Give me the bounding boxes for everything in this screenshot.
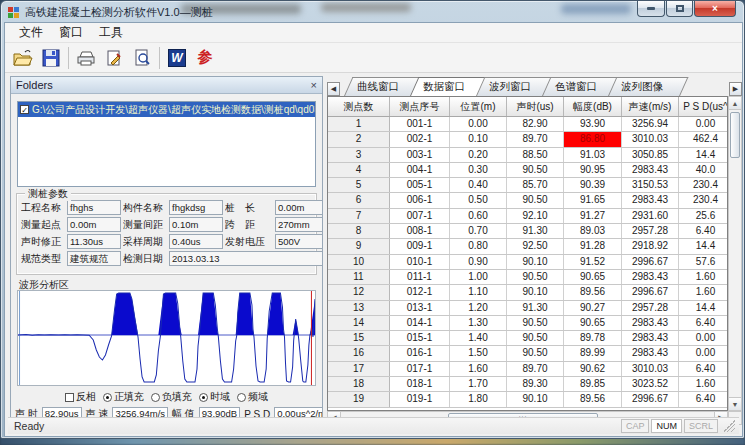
table-cell[interactable]: 91.28 (564, 239, 622, 253)
table-cell[interactable]: 90.50 (507, 346, 564, 360)
table-cell[interactable]: 3010.03 (622, 132, 679, 146)
table-cell[interactable]: 14.4 (679, 301, 728, 315)
table-cell[interactable]: 003-1 (390, 148, 450, 162)
table-cell[interactable]: 005-1 (390, 178, 450, 192)
table-row[interactable]: 15015-11.4090.5089.782983.430.00 (328, 331, 727, 346)
table-cell[interactable]: 9 (328, 239, 390, 253)
table-cell[interactable]: 8 (328, 224, 390, 238)
table-cell[interactable]: 90.10 (507, 285, 564, 299)
scroll-up-icon[interactable]: ▲ (729, 97, 741, 110)
scroll-down-icon[interactable]: ▼ (729, 397, 741, 410)
print-button[interactable] (72, 45, 100, 71)
table-cell[interactable]: 016-1 (390, 346, 450, 360)
table-row[interactable]: 6006-10.5090.5091.652983.43230.4 (328, 193, 727, 208)
table-cell[interactable]: 0.00 (679, 346, 728, 360)
table-cell[interactable]: 2996.67 (622, 285, 679, 299)
tab-4[interactable]: 色谱窗口 (542, 77, 614, 96)
table-row[interactable]: 7007-10.6092.1091.272931.6025.6 (328, 209, 727, 224)
table-cell[interactable]: 90.50 (507, 331, 564, 345)
menu-tools[interactable]: 工具 (91, 22, 131, 43)
table-cell[interactable]: 008-1 (390, 224, 450, 238)
table-cell[interactable]: 1.00 (450, 270, 507, 284)
table-cell[interactable]: 2957.28 (622, 224, 679, 238)
table-cell[interactable]: 1.50 (450, 346, 507, 360)
tab-3[interactable]: 波列窗口 (476, 77, 548, 96)
table-cell[interactable]: 14 (328, 316, 390, 330)
table-row[interactable]: 18018-11.7089.3089.853023.521.60 (328, 377, 727, 392)
tab-2[interactable]: 数据窗口 (410, 77, 482, 96)
table-cell[interactable]: 011-1 (390, 270, 450, 284)
table-cell[interactable]: 1.70 (450, 377, 507, 391)
table-cell[interactable]: 6.40 (679, 224, 728, 238)
save-button[interactable] (37, 45, 65, 71)
table-cell[interactable]: 0.90 (450, 255, 507, 269)
table-cell[interactable]: 18 (328, 377, 390, 391)
table-cell[interactable]: 89.56 (564, 285, 622, 299)
table-row[interactable]: 4004-10.3090.5090.952983.4340.0 (328, 163, 727, 178)
column-header[interactable]: 测点数 (328, 97, 390, 116)
positive-fill-radio[interactable]: 正填充 (103, 390, 144, 404)
table-cell[interactable]: 0.70 (450, 224, 507, 238)
waveform-plot[interactable] (17, 290, 316, 386)
column-header[interactable]: 声速(m/s) (622, 97, 679, 116)
open-button[interactable] (9, 45, 37, 71)
table-cell[interactable]: 1.60 (679, 270, 728, 284)
table-cell[interactable]: 6.40 (679, 362, 728, 376)
column-header[interactable]: 测点序号 (390, 97, 450, 116)
table-row[interactable]: 2002-10.1089.7086.803010.03462.4 (328, 132, 727, 147)
tab-scroll-left-button[interactable]: ◀ (327, 82, 340, 96)
table-cell[interactable]: 0.80 (450, 239, 507, 253)
table-cell[interactable]: 90.95 (564, 163, 622, 177)
table-cell[interactable]: 1.40 (450, 331, 507, 345)
table-cell[interactable]: 91.65 (564, 193, 622, 207)
table-cell[interactable]: 89.56 (564, 392, 622, 406)
table-row[interactable]: 19019-11.8090.1089.562996.676.40 (328, 392, 727, 407)
table-cell[interactable]: 7 (328, 209, 390, 223)
table-cell[interactable]: 3 (328, 148, 390, 162)
maximize-button[interactable] (666, 1, 693, 17)
resize-grip[interactable] (723, 420, 735, 432)
table-cell[interactable]: 90.62 (564, 362, 622, 376)
table-cell[interactable]: 12 (328, 285, 390, 299)
table-cell[interactable]: 230.4 (679, 193, 728, 207)
table-cell[interactable]: 1.60 (679, 285, 728, 299)
table-cell[interactable]: 85.70 (507, 178, 564, 192)
table-row[interactable]: 5005-10.4085.7090.393150.53230.4 (328, 178, 727, 193)
table-cell[interactable]: 2931.60 (622, 209, 679, 223)
table-cell[interactable]: 010-1 (390, 255, 450, 269)
table-cell[interactable]: 0.30 (450, 163, 507, 177)
param-field[interactable]: 0.00m (275, 200, 323, 215)
table-cell[interactable]: 86.80 (564, 132, 622, 146)
table-cell[interactable]: 3010.03 (622, 362, 679, 376)
negative-fill-radio[interactable]: 负填充 (151, 390, 192, 404)
print-preview-button[interactable] (128, 45, 156, 71)
time-domain-radio[interactable]: 时域 (199, 390, 230, 404)
table-cell[interactable]: 14.4 (679, 239, 728, 253)
table-cell[interactable]: 0.10 (450, 132, 507, 146)
column-header[interactable]: 幅度(dB) (564, 97, 622, 116)
table-cell[interactable]: 25.6 (679, 209, 728, 223)
table-cell[interactable]: 1 (328, 117, 390, 131)
table-cell[interactable]: 90.10 (507, 392, 564, 406)
table-cell[interactable]: 15 (328, 331, 390, 345)
table-cell[interactable]: 90.27 (564, 301, 622, 315)
table-cell[interactable]: 90.10 (507, 255, 564, 269)
table-cell[interactable]: 91.03 (564, 148, 622, 162)
table-cell[interactable]: 018-1 (390, 377, 450, 391)
table-cell[interactable]: 012-1 (390, 285, 450, 299)
table-cell[interactable]: 001-1 (390, 117, 450, 131)
table-cell[interactable]: 5 (328, 178, 390, 192)
table-cell[interactable]: 6.40 (679, 392, 728, 406)
param-field[interactable]: 270mm (275, 217, 323, 232)
table-cell[interactable]: 90.65 (564, 316, 622, 330)
vertical-scrollbar[interactable]: ▲ ▼ (728, 96, 742, 411)
table-cell[interactable]: 90.39 (564, 178, 622, 192)
menu-file[interactable]: 文件 (11, 22, 51, 43)
invert-checkbox[interactable]: 反相 (65, 390, 96, 404)
table-cell[interactable]: 91.30 (507, 301, 564, 315)
table-row[interactable]: 11011-11.0090.5090.652983.431.60 (328, 270, 727, 285)
table-cell[interactable]: 90.50 (507, 316, 564, 330)
table-cell[interactable]: 90.50 (507, 270, 564, 284)
table-row[interactable]: 17017-11.6089.7090.623010.036.40 (328, 362, 727, 377)
column-header[interactable]: P S D(us^ (679, 97, 728, 116)
